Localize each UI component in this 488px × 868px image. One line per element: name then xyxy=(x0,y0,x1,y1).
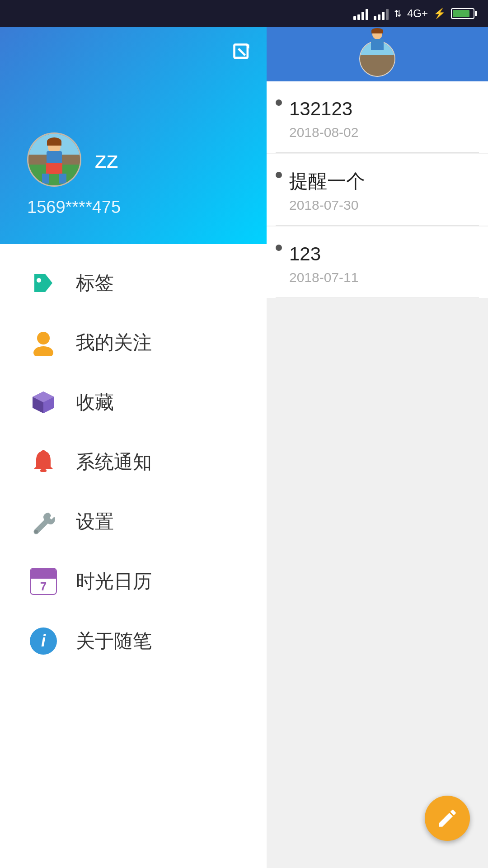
svg-point-2 xyxy=(37,278,41,283)
note-bullet xyxy=(276,99,282,106)
follow-icon xyxy=(27,326,60,359)
battery-fill xyxy=(453,10,469,17)
tags-label: 标签 xyxy=(76,270,114,296)
about-label: 关于随笔 xyxy=(76,628,152,654)
signal-icon-2 xyxy=(374,7,389,20)
menu-item-favorites[interactable]: 收藏 xyxy=(0,373,267,432)
menu-list: 标签 我的关注 xyxy=(0,244,267,868)
note-bullet xyxy=(276,245,282,251)
note-bullet xyxy=(276,172,282,178)
svg-line-1 xyxy=(239,49,245,56)
wrench-icon xyxy=(27,505,60,538)
svg-point-3 xyxy=(37,332,50,344)
cube-icon xyxy=(27,386,60,419)
status-bar: ⇅ 4G+ ⚡ xyxy=(0,0,488,27)
note-title-2: 提醒一个 xyxy=(289,170,470,193)
data-transfer-icon: ⇅ xyxy=(394,8,402,19)
settings-label: 设置 xyxy=(76,509,114,534)
calendar-icon: 7 xyxy=(27,565,60,598)
new-note-fab-button[interactable] xyxy=(425,796,470,841)
menu-item-tags[interactable]: 标签 xyxy=(0,253,267,313)
svg-rect-9 xyxy=(40,469,47,472)
svg-point-4 xyxy=(33,346,53,356)
notifications-label: 系统通知 xyxy=(76,449,152,475)
note-date-3: 2018-07-11 xyxy=(289,270,470,285)
tag-icon xyxy=(27,267,60,299)
note-item-3[interactable]: 123 2018-07-11 xyxy=(267,226,488,298)
edit-profile-button[interactable] xyxy=(230,41,253,63)
note-item-2[interactable]: 提醒一个 2018-07-30 xyxy=(267,154,488,225)
network-type-label: 4G+ xyxy=(407,7,428,20)
menu-item-follow[interactable]: 我的关注 xyxy=(0,313,267,373)
right-avatar[interactable] xyxy=(359,41,395,77)
avatar-image xyxy=(28,134,80,185)
note-date-2: 2018-07-30 xyxy=(289,198,470,213)
avatar[interactable] xyxy=(27,132,81,187)
charging-icon: ⚡ xyxy=(433,8,446,19)
note-title-1: 132123 xyxy=(289,98,470,120)
note-title-3: 123 xyxy=(289,243,470,265)
menu-item-about[interactable]: i 关于随笔 xyxy=(0,611,267,671)
note-item-1[interactable]: 132123 2018-08-02 xyxy=(267,81,488,153)
menu-item-calendar[interactable]: 7 时光日历 xyxy=(0,552,267,611)
left-panel: zz 1569****475 标签 xyxy=(0,27,267,868)
menu-item-settings[interactable]: 设置 xyxy=(0,492,267,552)
notes-list: 132123 2018-08-02 提醒一个 2018-07-30 123 20… xyxy=(267,81,488,868)
right-avatar-image xyxy=(360,42,394,76)
phone-label: 1569****475 xyxy=(27,198,239,217)
battery-indicator xyxy=(451,8,474,19)
info-icon: i xyxy=(27,625,60,657)
follow-label: 我的关注 xyxy=(76,330,152,355)
username-label: zz xyxy=(95,146,118,173)
right-header xyxy=(267,27,488,81)
svg-point-12 xyxy=(34,530,38,533)
favorites-label: 收藏 xyxy=(76,390,114,415)
signal-icon xyxy=(353,7,368,20)
menu-item-notifications[interactable]: 系统通知 xyxy=(0,432,267,492)
profile-header: zz 1569****475 xyxy=(0,27,267,244)
note-date-1: 2018-08-02 xyxy=(289,125,470,140)
main-container: zz 1569****475 标签 xyxy=(0,27,488,868)
profile-info: zz xyxy=(27,132,239,187)
right-panel: 132123 2018-08-02 提醒一个 2018-07-30 123 20… xyxy=(267,27,488,868)
calendar-label: 时光日历 xyxy=(76,569,152,594)
bell-icon xyxy=(27,446,60,478)
